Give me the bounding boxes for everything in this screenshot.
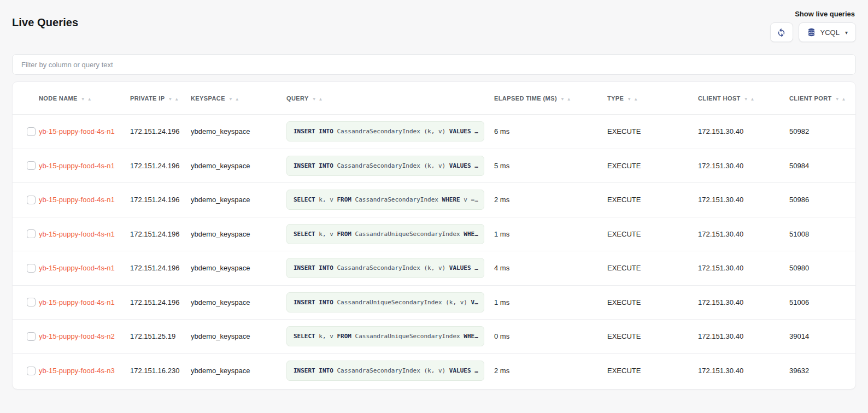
- elapsed-time-cell: 2 ms: [494, 367, 607, 375]
- sort-ascending-icon[interactable]: ▲: [87, 97, 92, 102]
- column-header-query[interactable]: QUERY▼ ▲: [286, 95, 494, 102]
- node-name-link[interactable]: yb-15-puppy-food-4s-n1: [39, 196, 115, 204]
- node-name-link[interactable]: yb-15-puppy-food-4s-n1: [39, 162, 115, 170]
- client-host-cell: 172.151.30.40: [698, 367, 789, 375]
- row-checkbox[interactable]: [27, 127, 36, 136]
- row-checkbox[interactable]: [27, 196, 36, 204]
- sort-descending-icon[interactable]: ▼: [81, 97, 85, 102]
- private-ip-cell: 172.151.24.196: [130, 230, 191, 238]
- toolbar: Show live queries: [770, 8, 856, 42]
- refresh-button[interactable]: [770, 22, 793, 42]
- type-cell: EXECUTE: [607, 367, 698, 375]
- elapsed-time-cell: 6 ms: [494, 127, 607, 135]
- client-port-cell: 51008: [789, 230, 855, 238]
- chevron-down-icon: ▾: [845, 30, 848, 36]
- sort-descending-icon[interactable]: ▼: [312, 97, 316, 102]
- row-checkbox[interactable]: [27, 161, 36, 170]
- sort-ascending-icon[interactable]: ▲: [174, 97, 179, 102]
- sort-descending-icon[interactable]: ▼: [228, 97, 233, 102]
- node-name-link[interactable]: yb-15-puppy-food-4s-n3: [39, 367, 115, 375]
- sort-ascending-icon[interactable]: ▲: [842, 97, 846, 102]
- keyspace-cell: ybdemo_keyspace: [191, 127, 286, 135]
- node-name-link[interactable]: yb-15-puppy-food-4s-n1: [39, 127, 115, 135]
- keyspace-cell: ybdemo_keyspace: [191, 367, 286, 375]
- column-header-private-ip[interactable]: PRIVATE IP▼ ▲: [130, 95, 191, 102]
- client-port-cell: 51006: [789, 298, 855, 306]
- client-port-cell: 50986: [789, 196, 855, 204]
- column-header-elapsed-time[interactable]: ELAPSED TIME (MS)▼ ▲: [494, 95, 607, 102]
- node-name-link[interactable]: yb-15-puppy-food-4s-n1: [39, 264, 115, 272]
- row-checkbox[interactable]: [27, 367, 36, 375]
- sort-ascending-icon[interactable]: ▲: [634, 97, 638, 102]
- private-ip-cell: 172.151.24.196: [130, 196, 191, 204]
- page-title: Live Queries: [12, 16, 78, 29]
- type-cell: EXECUTE: [607, 230, 698, 238]
- client-host-cell: 172.151.30.40: [698, 196, 789, 204]
- table-body: yb-15-puppy-food-4s-n1 172.151.24.196 yb…: [13, 115, 855, 388]
- query-snippet: INSERT INTO CassandraSecondaryIndex (k, …: [286, 361, 484, 381]
- column-header-keyspace[interactable]: KEYSPACE▼ ▲: [191, 95, 286, 102]
- keyspace-cell: ybdemo_keyspace: [191, 230, 286, 238]
- elapsed-time-cell: 2 ms: [494, 196, 607, 204]
- api-selector-value: YCQL: [820, 28, 840, 37]
- private-ip-cell: 172.151.24.196: [130, 298, 191, 306]
- type-cell: EXECUTE: [607, 127, 698, 135]
- node-name-link[interactable]: yb-15-puppy-food-4s-n1: [39, 298, 115, 306]
- query-snippet: INSERT INTO CassandraSecondaryIndex (k, …: [286, 121, 484, 141]
- row-checkbox[interactable]: [27, 332, 36, 341]
- sort-ascending-icon[interactable]: ▲: [235, 97, 239, 102]
- elapsed-time-cell: 0 ms: [494, 332, 607, 340]
- column-header-node-name[interactable]: NODE NAME▼ ▲: [39, 95, 130, 102]
- row-checkbox[interactable]: [27, 298, 36, 306]
- api-selector-dropdown[interactable]: YCQL ▾: [799, 22, 856, 42]
- type-cell: EXECUTE: [607, 162, 698, 170]
- table-row: yb-15-puppy-food-4s-n1 172.151.24.196 yb…: [13, 286, 855, 320]
- sort-descending-icon[interactable]: ▼: [627, 97, 631, 102]
- keyspace-cell: ybdemo_keyspace: [191, 332, 286, 340]
- sort-ascending-icon[interactable]: ▲: [567, 97, 571, 102]
- type-cell: EXECUTE: [607, 196, 698, 204]
- show-live-queries-label: Show live queries: [795, 10, 855, 18]
- table-row: yb-15-puppy-food-4s-n1 172.151.24.196 yb…: [13, 149, 855, 184]
- page-header: Live Queries Show live queries: [12, 0, 856, 42]
- type-cell: EXECUTE: [607, 298, 698, 306]
- sort-ascending-icon[interactable]: ▲: [319, 97, 323, 102]
- private-ip-cell: 172.151.24.196: [130, 264, 191, 272]
- column-header-client-port[interactable]: CLIENT PORT▼ ▲: [789, 95, 855, 102]
- table-row: yb-15-puppy-food-4s-n2 172.151.25.19 ybd…: [13, 320, 855, 354]
- client-host-cell: 172.151.30.40: [698, 332, 789, 340]
- sort-descending-icon[interactable]: ▼: [835, 97, 840, 102]
- private-ip-cell: 172.151.24.196: [130, 127, 191, 135]
- filter-input[interactable]: [12, 54, 856, 75]
- query-snippet: SELECT k, v FROM CassandraUniqueSecondar…: [286, 326, 484, 346]
- sort-ascending-icon[interactable]: ▲: [750, 97, 755, 102]
- query-snippet: INSERT INTO CassandraUniqueSecondaryInde…: [286, 292, 484, 312]
- row-checkbox[interactable]: [27, 264, 36, 273]
- client-port-cell: 50982: [789, 127, 855, 135]
- table-header-row: NODE NAME▼ ▲ PRIVATE IP▼ ▲ KEYSPACE▼ ▲ Q…: [13, 82, 855, 115]
- elapsed-time-cell: 5 ms: [494, 162, 607, 170]
- node-name-link[interactable]: yb-15-puppy-food-4s-n1: [39, 230, 115, 238]
- node-name-link[interactable]: yb-15-puppy-food-4s-n2: [39, 332, 115, 340]
- client-host-cell: 172.151.30.40: [698, 127, 789, 135]
- row-checkbox[interactable]: [27, 229, 36, 238]
- table-row: yb-15-puppy-food-4s-n1 172.151.24.196 yb…: [13, 115, 855, 149]
- keyspace-cell: ybdemo_keyspace: [191, 162, 286, 170]
- sort-descending-icon[interactable]: ▼: [168, 97, 173, 102]
- query-snippet: INSERT INTO CassandraSecondaryIndex (k, …: [286, 258, 484, 278]
- client-port-cell: 50980: [789, 264, 855, 272]
- private-ip-cell: 172.151.25.19: [130, 332, 191, 340]
- sort-descending-icon[interactable]: ▼: [560, 97, 565, 102]
- elapsed-time-cell: 1 ms: [494, 230, 607, 238]
- sort-descending-icon[interactable]: ▼: [744, 97, 748, 102]
- client-port-cell: 39014: [789, 332, 855, 340]
- column-header-client-host[interactable]: CLIENT HOST▼ ▲: [698, 95, 789, 102]
- query-snippet: INSERT INTO CassandraSecondaryIndex (k, …: [286, 156, 484, 176]
- keyspace-cell: ybdemo_keyspace: [191, 196, 286, 204]
- private-ip-cell: 172.151.24.196: [130, 162, 191, 170]
- column-header-type[interactable]: TYPE▼ ▲: [607, 95, 698, 102]
- queries-table: NODE NAME▼ ▲ PRIVATE IP▼ ▲ KEYSPACE▼ ▲ Q…: [12, 81, 856, 390]
- elapsed-time-cell: 1 ms: [494, 298, 607, 306]
- keyspace-cell: ybdemo_keyspace: [191, 264, 286, 272]
- type-cell: EXECUTE: [607, 264, 698, 272]
